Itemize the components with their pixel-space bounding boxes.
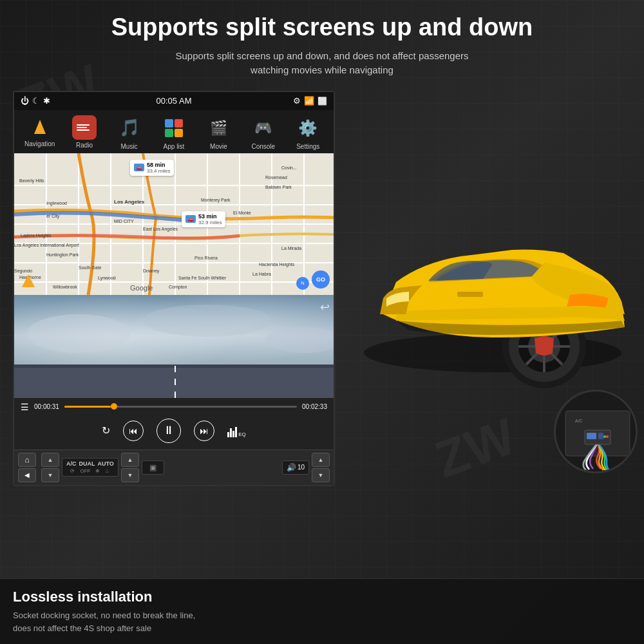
svg-text:Lynwood: Lynwood bbox=[98, 276, 116, 281]
power-icon: ⏻ bbox=[21, 96, 29, 106]
fan-left-group: ▲ ▼ bbox=[41, 453, 59, 482]
music-icon: 🎵 bbox=[119, 118, 140, 138]
pause-button[interactable]: ⏸ bbox=[156, 419, 181, 443]
svg-text:Rosemead: Rosemead bbox=[265, 175, 287, 180]
volume-value: 10 bbox=[298, 464, 305, 471]
svg-text:Covin...: Covin... bbox=[281, 166, 297, 170]
sidebar-item-music[interactable]: 🎵 Music bbox=[108, 115, 150, 150]
playback-buttons: ↻ ⏮ ⏸ ⏭ EQ bbox=[21, 416, 327, 446]
svg-text:A/C: A/C bbox=[575, 419, 583, 423]
radio-lines bbox=[77, 120, 92, 135]
total-time: 00:02:33 bbox=[302, 403, 327, 410]
nav-arrow-icon bbox=[22, 274, 35, 287]
dual-label: DUAL bbox=[79, 460, 95, 467]
window-icon: ⬜ bbox=[317, 97, 327, 106]
equalizer-icon[interactable]: EQ bbox=[227, 424, 246, 437]
progress-bar-area: ☰ 00:00:31 00:02:33 bbox=[21, 402, 327, 412]
sidebar-item-settings[interactable]: ⚙️ Settings bbox=[287, 115, 329, 150]
playlist-icon[interactable]: ☰ bbox=[21, 402, 29, 412]
app-label-settings: Settings bbox=[296, 143, 319, 150]
music-icon-wrap: 🎵 bbox=[117, 115, 142, 141]
speaker-icon: 🔊 bbox=[287, 463, 296, 472]
progress-dot bbox=[111, 403, 117, 410]
heat-icon: ♨ bbox=[105, 468, 109, 474]
movie-icon: 🎬 bbox=[210, 120, 227, 137]
home-button[interactable]: ⌂ bbox=[18, 453, 36, 467]
sidebar-item-navigation[interactable]: Navigation bbox=[19, 115, 61, 150]
sidebar-item-radio[interactable]: Radio bbox=[64, 115, 106, 150]
svg-rect-47 bbox=[14, 366, 334, 398]
ac-labels: A/C DUAL AUTO bbox=[66, 460, 114, 467]
fan-up-left[interactable]: ▲ bbox=[41, 453, 59, 467]
vol-up-button[interactable]: ▲ bbox=[312, 453, 330, 467]
svg-text:Pico Rivera: Pico Rivera bbox=[194, 256, 218, 260]
app-label-applist: App list bbox=[164, 143, 185, 150]
fan-up-right[interactable]: ▲ bbox=[121, 453, 139, 467]
compass-icon[interactable]: N bbox=[296, 277, 309, 290]
sidebar-item-applist[interactable]: App list bbox=[153, 115, 194, 150]
vol-down-button[interactable]: ▼ bbox=[312, 468, 330, 482]
go-button[interactable]: GO bbox=[312, 270, 330, 289]
appgrid-icon-wrap bbox=[161, 115, 187, 141]
fan-right-group: ▲ ▼ bbox=[121, 453, 139, 482]
svg-text:South Gate: South Gate bbox=[79, 265, 102, 270]
auto-label: AUTO bbox=[98, 460, 114, 467]
route-box-2: 🚗 53 min 32.9 miles bbox=[182, 211, 225, 227]
svg-rect-48 bbox=[14, 365, 334, 368]
eq-bar-4 bbox=[235, 427, 237, 437]
repeat-icon[interactable]: ↻ bbox=[102, 424, 110, 437]
fan-down-left[interactable]: ▼ bbox=[41, 468, 59, 482]
bottom-text: Lossless installation Socket docking soc… bbox=[13, 589, 631, 634]
route-box-1: 🚗 58 min 33.4 miles bbox=[130, 160, 174, 176]
head-unit: ⏻ ☾ ✱ 00:05 AM ⚙ 📶 ⬜ bbox=[13, 91, 335, 486]
car-panel: A/C bbox=[341, 91, 644, 486]
fan-down-right[interactable]: ▼ bbox=[121, 468, 139, 482]
next-button[interactable]: ⏭ bbox=[194, 421, 214, 441]
google-watermark: Google bbox=[130, 284, 153, 292]
settings-icon: ⚙️ bbox=[298, 119, 317, 137]
svg-rect-68 bbox=[598, 433, 603, 439]
radio-line-1 bbox=[77, 124, 90, 126]
prev-button[interactable]: ⏮ bbox=[123, 421, 144, 441]
status-bar: ⏻ ☾ ✱ 00:05 AM ⚙ 📶 ⬜ bbox=[14, 92, 334, 110]
svg-text:Segundo: Segundo bbox=[14, 269, 32, 274]
svg-rect-60 bbox=[457, 292, 483, 297]
status-right-icons: ⚙ 📶 ⬜ bbox=[293, 96, 327, 106]
back-button[interactable]: ◀ bbox=[18, 468, 36, 482]
content-area: ⏻ ☾ ✱ 00:05 AM ⚙ 📶 ⬜ bbox=[0, 84, 644, 486]
yellow-arrow-icon bbox=[34, 120, 46, 134]
home-back-group: ⌂ ◀ bbox=[18, 453, 36, 482]
app-label-console: Console bbox=[251, 143, 275, 150]
svg-text:er City: er City bbox=[46, 214, 60, 219]
video-player: ↩ ☰ 00:00:31 00:02:33 bbox=[14, 295, 334, 450]
lossless-desc: Socket docking socket, no need to break … bbox=[13, 609, 631, 634]
svg-point-44 bbox=[27, 314, 130, 353]
map-svg: Beverly Hills Los Angeles Huntington Par… bbox=[14, 153, 335, 295]
route-info-1: 58 min 33.4 miles bbox=[147, 162, 170, 174]
temp-right-icon: ▣ bbox=[149, 463, 156, 472]
progress-track[interactable] bbox=[64, 406, 297, 408]
settings-icon-wrap: ⚙️ bbox=[295, 115, 321, 141]
back-icon[interactable]: ↩ bbox=[320, 300, 330, 314]
volume-display: 🔊 10 bbox=[282, 460, 309, 475]
current-time: 00:00:31 bbox=[34, 403, 59, 410]
video-screen: ↩ bbox=[14, 295, 334, 398]
route-dist-1: 33.4 miles bbox=[147, 168, 170, 174]
sidebar-item-movie[interactable]: 🎬 Movie bbox=[198, 115, 240, 150]
radio-line-3 bbox=[77, 129, 90, 131]
app-label-navigation: Navigation bbox=[24, 140, 55, 147]
brightness-icon: ✱ bbox=[43, 96, 50, 106]
route-time-1: 58 min bbox=[147, 162, 170, 168]
ac-sub: ⟳ OFF ❄ ♨ bbox=[70, 468, 109, 474]
svg-text:Santa Fe South Whittier: Santa Fe South Whittier bbox=[178, 276, 227, 280]
map-area[interactable]: Beverly Hills Los Angeles Huntington Par… bbox=[14, 153, 335, 295]
player-controls: ☰ 00:00:31 00:02:33 ↻ ⏮ ⏸ bbox=[14, 398, 334, 450]
wiring-svg: A/C bbox=[556, 392, 638, 473]
car-icon-1: 🚗 bbox=[134, 164, 144, 171]
go-label: GO bbox=[316, 276, 325, 283]
app-label-movie: Movie bbox=[210, 143, 227, 150]
sidebar-item-console[interactable]: 🎮 Console bbox=[242, 115, 284, 150]
grid-cell-2 bbox=[175, 119, 183, 128]
wifi-icon: 📶 bbox=[304, 96, 314, 106]
ac-bar: ⌂ ◀ ▲ ▼ A/C DUAL AUTO bbox=[14, 450, 334, 485]
